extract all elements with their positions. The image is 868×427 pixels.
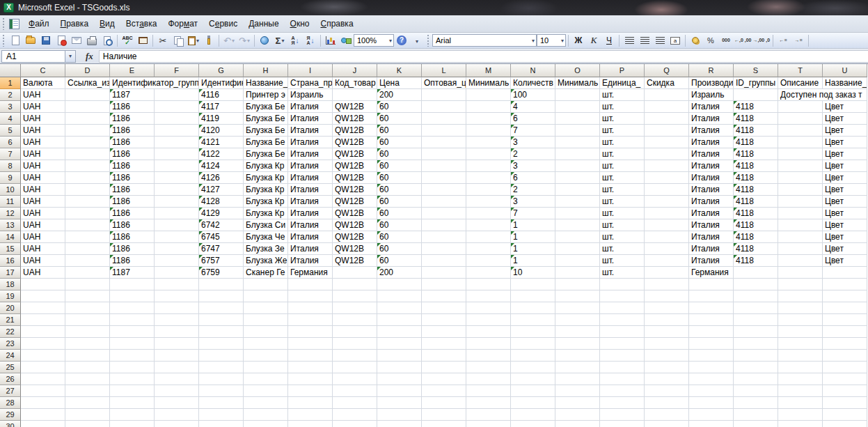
- cell-O18[interactable]: [555, 279, 600, 290]
- cell-N23[interactable]: [511, 338, 555, 350]
- autosum-button[interactable]: Σ▾: [273, 33, 287, 47]
- cell-L2[interactable]: [422, 89, 466, 101]
- cell-G15[interactable]: 6747: [199, 243, 244, 255]
- cell-C21[interactable]: [21, 314, 65, 326]
- cell-Q30[interactable]: [645, 421, 689, 427]
- cell-L28[interactable]: [422, 397, 466, 409]
- menu-file[interactable]: Файл: [23, 17, 55, 31]
- row-header-30[interactable]: 30: [0, 421, 21, 427]
- cell-S13[interactable]: 4118: [734, 219, 778, 231]
- cell-C11[interactable]: UAH: [21, 196, 65, 208]
- italic-button[interactable]: К: [587, 33, 601, 47]
- cell-C7[interactable]: UAH: [21, 148, 65, 160]
- undo-dropdown-arrow[interactable]: ▾: [232, 38, 235, 44]
- cell-S25[interactable]: [734, 362, 778, 373]
- cell-D8[interactable]: [65, 160, 110, 172]
- cell-E24[interactable]: [110, 350, 155, 362]
- cell-T1[interactable]: Описание: [778, 77, 823, 89]
- row-header-7[interactable]: 7: [0, 148, 21, 160]
- cell-K14[interactable]: 60: [377, 231, 422, 243]
- cell-T5[interactable]: [778, 125, 823, 137]
- cell-L15[interactable]: [422, 243, 466, 255]
- cell-F19[interactable]: [155, 290, 199, 302]
- cell-F9[interactable]: [155, 172, 199, 184]
- col-header-E[interactable]: E: [110, 64, 155, 77]
- cell-I21[interactable]: [288, 314, 333, 326]
- cell-P30[interactable]: [600, 421, 645, 427]
- cell-L11[interactable]: [422, 196, 466, 208]
- cell-M17[interactable]: [466, 267, 511, 279]
- currency-style-button[interactable]: [688, 33, 702, 47]
- cell-L27[interactable]: [422, 385, 466, 397]
- cell-M7[interactable]: [466, 148, 511, 160]
- col-header-K[interactable]: K: [377, 64, 422, 77]
- cell-H29[interactable]: [244, 409, 288, 421]
- cell-J8[interactable]: QW12B: [333, 160, 377, 172]
- cell-N25[interactable]: [511, 362, 555, 373]
- cell-M5[interactable]: [466, 125, 511, 137]
- cell-K26[interactable]: [377, 373, 422, 385]
- cell-F30[interactable]: [155, 421, 199, 427]
- cell-S20[interactable]: [734, 302, 778, 314]
- cell-M19[interactable]: [466, 290, 511, 302]
- open-button[interactable]: [24, 33, 38, 47]
- cell-P11[interactable]: шт.: [600, 196, 645, 208]
- cell-R2[interactable]: Израиль: [689, 89, 734, 101]
- cell-Q15[interactable]: [645, 243, 689, 255]
- cell-G16[interactable]: 6757: [199, 255, 244, 267]
- col-header-R[interactable]: R: [689, 64, 734, 77]
- cell-O27[interactable]: [555, 385, 600, 397]
- cell-P15[interactable]: шт.: [600, 243, 645, 255]
- cell-D14[interactable]: [65, 231, 110, 243]
- cell-L7[interactable]: [422, 148, 466, 160]
- col-header-O[interactable]: O: [555, 64, 600, 77]
- cell-G20[interactable]: [199, 302, 244, 314]
- row-header-22[interactable]: 22: [0, 326, 21, 338]
- cell-D1[interactable]: Ссылка_из: [65, 77, 110, 89]
- cell-C30[interactable]: [21, 421, 65, 427]
- cell-H18[interactable]: [244, 279, 288, 290]
- cell-Q22[interactable]: [645, 326, 689, 338]
- cell-J9[interactable]: QW12B: [333, 172, 377, 184]
- cell-S12[interactable]: 4118: [734, 208, 778, 219]
- cell-K9[interactable]: 60: [377, 172, 422, 184]
- cell-Q28[interactable]: [645, 397, 689, 409]
- decrease-decimal-button[interactable]: →,00 ,0: [753, 33, 771, 47]
- cell-K13[interactable]: 60: [377, 219, 422, 231]
- cell-C28[interactable]: [21, 397, 65, 409]
- cell-C8[interactable]: UAH: [21, 160, 65, 172]
- cell-C4[interactable]: UAH: [21, 113, 65, 125]
- formula-input[interactable]: Наличие: [99, 50, 868, 63]
- cell-M25[interactable]: [466, 362, 511, 373]
- cell-G12[interactable]: 4129: [199, 208, 244, 219]
- cell-L17[interactable]: [422, 267, 466, 279]
- cell-C9[interactable]: UAH: [21, 172, 65, 184]
- cell-O3[interactable]: [555, 101, 600, 113]
- standard-toolbar-grip[interactable]: [2, 35, 6, 47]
- cell-N3[interactable]: 4: [511, 101, 555, 113]
- cell-J7[interactable]: QW12B: [333, 148, 377, 160]
- cell-R9[interactable]: Италия: [689, 172, 734, 184]
- cell-R12[interactable]: Италия: [689, 208, 734, 219]
- cell-O24[interactable]: [555, 350, 600, 362]
- cell-P19[interactable]: [600, 290, 645, 302]
- cell-K2[interactable]: 200: [377, 89, 422, 101]
- cell-H19[interactable]: [244, 290, 288, 302]
- cell-S15[interactable]: 4118: [734, 243, 778, 255]
- cell-D17[interactable]: [65, 267, 110, 279]
- cell-I2[interactable]: Израиль: [288, 89, 333, 101]
- cell-N15[interactable]: 1: [511, 243, 555, 255]
- cell-K6[interactable]: 60: [377, 137, 422, 148]
- cell-I15[interactable]: Италия: [288, 243, 333, 255]
- cell-E18[interactable]: [110, 279, 155, 290]
- hyperlink-button[interactable]: [258, 33, 271, 47]
- cell-S29[interactable]: [734, 409, 778, 421]
- cell-Q5[interactable]: [645, 125, 689, 137]
- cell-O26[interactable]: [555, 373, 600, 385]
- cell-S21[interactable]: [734, 314, 778, 326]
- cell-G6[interactable]: 4121: [199, 137, 244, 148]
- cell-N20[interactable]: [511, 302, 555, 314]
- cell-P5[interactable]: шт.: [600, 125, 645, 137]
- cell-D21[interactable]: [65, 314, 110, 326]
- cell-U17[interactable]: [823, 267, 867, 279]
